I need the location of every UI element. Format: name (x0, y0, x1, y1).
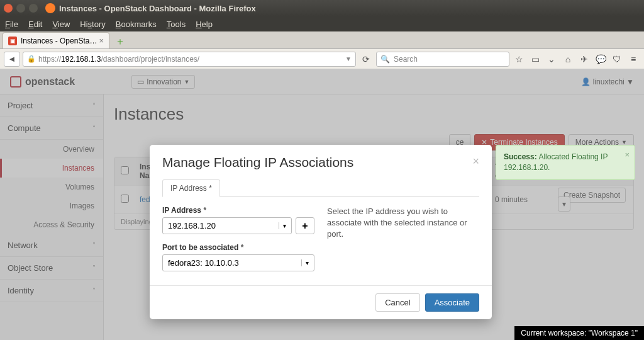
shield-icon[interactable]: 🛡 (610, 52, 624, 66)
menu-edit[interactable]: Edit (28, 20, 42, 29)
sidebar: Project˄ Compute˄ Overview Instances Vol… (0, 94, 104, 340)
sidebar-item-volumes[interactable]: Volumes (0, 178, 103, 196)
port-value: fedora23: 10.10.0.3 (168, 258, 239, 268)
url-prefix: https:// (38, 55, 61, 64)
modal-title: Manage Floating IP Associations (162, 155, 353, 170)
tab-close-icon[interactable]: × (99, 36, 104, 45)
dropdown-icon: ▾ (301, 259, 309, 266)
openstack-logo: openstack (10, 76, 75, 88)
sidebar-section-network[interactable]: Network˅ (0, 234, 103, 257)
openstack-logo-text: openstack (25, 76, 75, 88)
menu-view[interactable]: View (52, 20, 70, 29)
project-name: Innovation (147, 77, 181, 86)
back-button[interactable]: ◄ (4, 52, 20, 67)
associate-button[interactable]: Associate (425, 293, 479, 312)
new-tab-button[interactable]: ＋ (112, 35, 128, 48)
menu-icon[interactable]: ≡ (626, 52, 640, 66)
menubar: File Edit View History Bookmarks Tools H… (0, 16, 644, 31)
project-picker[interactable]: ▭ Innovation ▼ (131, 75, 195, 89)
url-host: 192.168.1.3 (61, 55, 101, 64)
lock-icon: 🔒 (27, 55, 36, 63)
url-dropdown-icon[interactable]: ▼ (345, 55, 352, 62)
menu-bookmarks[interactable]: Bookmarks (116, 20, 157, 29)
menu-help[interactable]: Help (196, 20, 213, 29)
favicon-icon: ▣ (8, 37, 17, 45)
ip-address-label: IP Address * (162, 206, 314, 215)
cancel-button[interactable]: Cancel (375, 293, 419, 312)
browser-tab[interactable]: ▣ Instances - OpenSta… × (3, 32, 109, 48)
search-icon: 🔍 (380, 55, 390, 64)
toast-prefix: Success: (504, 152, 537, 161)
success-toast: × Success: Allocated Floating IP 192.168… (496, 145, 635, 180)
send-icon[interactable]: ✈ (577, 52, 591, 66)
url-path: /dashboard/project/instances/ (101, 55, 199, 64)
window-close-button[interactable] (4, 4, 13, 13)
sidebar-section-compute[interactable]: Compute˄ (0, 117, 103, 140)
reload-button[interactable]: ⟳ (358, 52, 374, 67)
select-all-checkbox[interactable] (121, 166, 129, 174)
chevron-up-icon: ˄ (92, 125, 96, 132)
sidebar-section-objectstore[interactable]: Object Store˅ (0, 257, 103, 280)
window-title: Instances - OpenStack Dashboard - Mozill… (59, 4, 256, 13)
sidebar-item-access-security[interactable]: Access & Security (0, 215, 103, 234)
window-minimize-button[interactable] (16, 4, 25, 13)
address-bar[interactable]: 🔒 https://192.168.1.3/dashboard/project/… (23, 52, 356, 67)
sidebar-item-overview[interactable]: Overview (0, 140, 103, 159)
sidebar-section-project[interactable]: Project˄ (0, 94, 103, 117)
chevron-up-icon: ˄ (92, 102, 96, 109)
openstack-header: openstack ▭ Innovation ▼ 👤 linuxtechi ▼ (0, 69, 644, 94)
port-label: Port to be associated * (162, 243, 314, 252)
openstack-logo-icon (10, 76, 21, 88)
urlbar: ◄ 🔒 https://192.168.1.3/dashboard/projec… (0, 49, 644, 69)
window-maximize-button[interactable] (29, 4, 38, 13)
home-icon[interactable]: ⌂ (561, 52, 575, 66)
row-actions-caret[interactable]: ▾ (558, 196, 570, 212)
time-since: 0 minutes (495, 195, 558, 204)
tabstrip: ▣ Instances - OpenSta… × ＋ (0, 31, 644, 49)
bookmark-star-icon[interactable]: ☆ (512, 52, 526, 66)
user-menu[interactable]: 👤 linuxtechi ▼ (581, 77, 634, 86)
search-bar[interactable]: 🔍 Search (376, 52, 509, 67)
ip-address-value: 192.168.1.20 (168, 221, 216, 230)
port-select[interactable]: fedora23: 10.10.0.3 ▾ (162, 254, 314, 271)
menu-tools[interactable]: Tools (167, 20, 186, 29)
library-icon[interactable]: ▭ (528, 52, 542, 66)
sidebar-item-images[interactable]: Images (0, 196, 103, 215)
sidebar-item-instances[interactable]: Instances (0, 159, 103, 178)
chevron-down-icon: ˅ (92, 264, 96, 271)
chevron-down-icon: ˅ (92, 287, 96, 294)
page-content: openstack ▭ Innovation ▼ 👤 linuxtechi ▼ … (0, 69, 644, 340)
caret-down-icon: ▼ (184, 79, 190, 85)
project-icon: ▭ (137, 77, 144, 86)
chat-icon[interactable]: 💬 (594, 52, 608, 66)
workspace-indicator: Current workspace: "Workspace 1" (514, 326, 644, 340)
floating-ip-modal: Manage Floating IP Associations × IP Add… (150, 145, 492, 319)
menu-file[interactable]: File (5, 20, 18, 29)
tab-label: Instances - OpenSta… (21, 37, 97, 45)
modal-close-icon[interactable]: × (472, 155, 479, 170)
search-placeholder: Search (394, 55, 418, 64)
modal-tab-ip-address[interactable]: IP Address * (162, 179, 220, 197)
pocket-icon[interactable]: ⌄ (545, 52, 558, 66)
titlebar: Instances - OpenStack Dashboard - Mozill… (0, 0, 644, 16)
allocate-ip-button[interactable]: + (296, 217, 314, 234)
toast-close-icon[interactable]: × (625, 149, 630, 161)
chevron-down-icon: ˅ (92, 242, 96, 249)
sidebar-section-identity[interactable]: Identity˅ (0, 280, 103, 302)
dropdown-icon: ▾ (279, 222, 286, 229)
ip-address-select[interactable]: 192.168.1.20 ▾ (162, 217, 292, 234)
row-checkbox[interactable] (121, 195, 129, 203)
menu-history[interactable]: History (80, 20, 105, 29)
modal-help-text: Select the IP address you wish to associ… (327, 206, 479, 280)
page-title: Instances (114, 105, 634, 124)
